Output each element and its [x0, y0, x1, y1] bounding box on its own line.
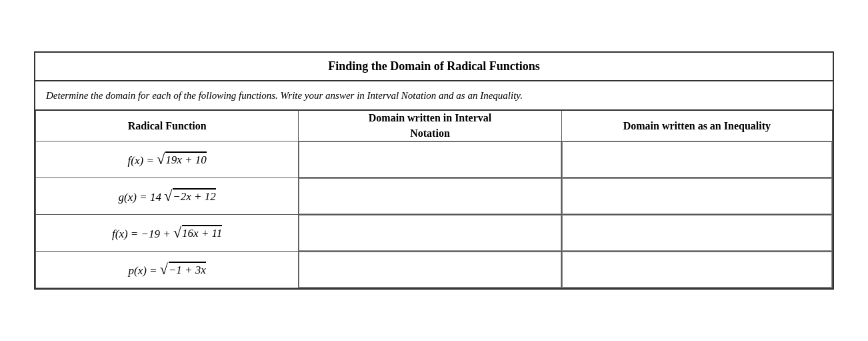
header-interval-notation: Domain written in IntervalNotation: [299, 111, 561, 141]
function-cell-row4: p(x) = √−1 + 3x: [36, 252, 299, 288]
table-row: f(x) = √19x + 10: [36, 141, 833, 178]
header-inequality: Domain written as an Inequality: [561, 111, 832, 141]
title-text: Finding the Domain of Radical Functions: [328, 59, 540, 73]
inequality-input-row3[interactable]: [562, 215, 832, 251]
sqrt-expression-row3: √16x + 11: [173, 225, 222, 240]
interval-input-row1[interactable]: [299, 141, 561, 178]
table-header-row: Radical Function Domain written in Inter…: [36, 111, 833, 141]
inequality-input-row1[interactable]: [562, 141, 832, 178]
inequality-input-row2[interactable]: [562, 178, 832, 214]
table-row: f(x) = −19 + √16x + 11: [36, 215, 833, 252]
interval-input-row2[interactable]: [299, 178, 561, 214]
worksheet-title: Finding the Domain of Radical Functions: [35, 53, 833, 81]
main-table: Radical Function Domain written in Inter…: [35, 111, 833, 288]
inequality-input-cell-row2: [561, 178, 832, 215]
table-row: p(x) = √−1 + 3x: [36, 252, 833, 288]
inequality-input-cell-row4: [561, 252, 832, 288]
interval-input-cell-row2: [299, 178, 561, 215]
inequality-input-cell-row1: [561, 141, 832, 178]
inequality-input-row4[interactable]: [562, 252, 832, 288]
table-row: g(x) = 14 √−2x + 12: [36, 178, 833, 215]
worksheet-container: Finding the Domain of Radical Functions …: [34, 51, 834, 290]
instructions-text: Determine the domain for each of the fol…: [46, 90, 523, 101]
function-cell-row3: f(x) = −19 + √16x + 11: [36, 215, 299, 252]
interval-input-cell-row3: [299, 215, 561, 252]
interval-input-row3[interactable]: [299, 215, 561, 251]
interval-input-row4[interactable]: [299, 252, 561, 288]
instructions: Determine the domain for each of the fol…: [35, 81, 833, 111]
interval-input-cell-row1: [299, 141, 561, 178]
interval-input-cell-row4: [299, 252, 561, 288]
function-cell-row1: f(x) = √19x + 10: [36, 141, 299, 178]
header-radical-function: Radical Function: [36, 111, 299, 141]
sqrt-expression-row2: √−2x + 12: [164, 188, 216, 204]
sqrt-expression-row1: √19x + 10: [157, 151, 207, 167]
function-cell-row2: g(x) = 14 √−2x + 12: [36, 178, 299, 215]
inequality-input-cell-row3: [561, 215, 832, 252]
sqrt-expression-row4: √−1 + 3x: [160, 262, 206, 277]
